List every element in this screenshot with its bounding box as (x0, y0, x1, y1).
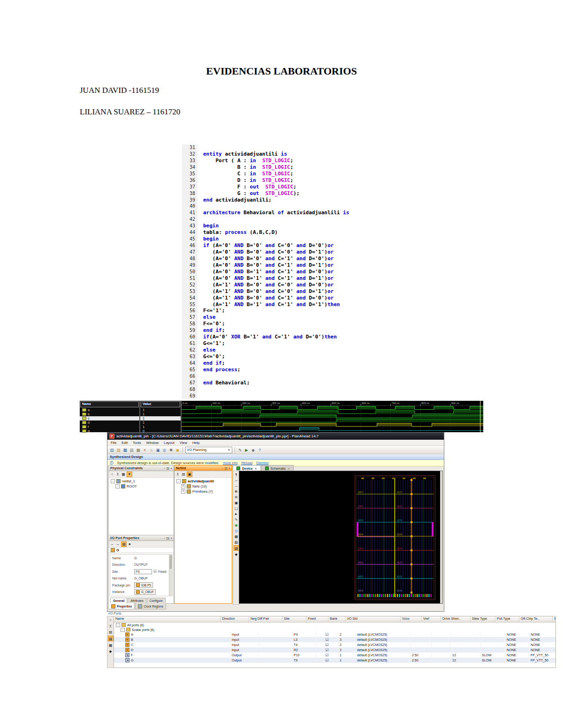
window-titlebar[interactable]: P actividadjuanlili_pin - [C:/Users/JUAN… (107, 433, 444, 440)
column-header[interactable]: Bank (328, 616, 346, 622)
sigma-icon[interactable]: Σ (115, 472, 120, 477)
physical-constraints-titlebar[interactable]: Physical Constraints ▫ ◳ × (109, 465, 174, 471)
float-icon[interactable]: ◳ (225, 466, 228, 470)
fixed-checkbox-cell[interactable]: ☑ (316, 658, 338, 663)
filter-icon[interactable]: ▤ (181, 472, 186, 477)
tree-item[interactable]: +Nets (10) (175, 484, 231, 489)
wave-signal-row[interactable]: f (80, 425, 139, 429)
expander-icon[interactable]: - (116, 623, 120, 627)
column-header[interactable]: Drive Stren.. (441, 616, 471, 622)
save-icon[interactable]: ▦ (122, 447, 128, 452)
menu-window[interactable]: Window (146, 441, 159, 445)
menu-layout[interactable]: Layout (164, 441, 175, 445)
menu-view[interactable]: View (180, 441, 187, 445)
table-group-row[interactable]: -All ports (6) (114, 623, 555, 627)
menu-edit[interactable]: Edit (122, 441, 128, 445)
select-area-icon[interactable]: ▢ (234, 506, 239, 510)
pencil-icon[interactable]: ✎ (237, 447, 243, 452)
property-chip[interactable]: IOB P5 (134, 582, 153, 588)
close-icon[interactable]: × (170, 467, 172, 470)
scrollbar[interactable] (440, 471, 442, 603)
highlight-icon[interactable]: ▨ (108, 636, 114, 641)
highlight-icon[interactable]: ▨ (234, 545, 239, 551)
layers-icon[interactable]: ▧ (234, 540, 239, 544)
column-header[interactable]: Fixed (306, 616, 328, 622)
checkbox-icon[interactable]: ☑ (325, 638, 328, 642)
world-icon[interactable]: ◎ (234, 528, 239, 533)
column-header[interactable]: Slew Type (471, 616, 495, 622)
back-icon[interactable]: ← (110, 542, 114, 547)
menu-help[interactable]: Help (192, 441, 199, 445)
expander-icon[interactable]: + (181, 489, 185, 494)
fixed-checkbox-cell[interactable]: ☑ (316, 647, 338, 653)
scrollbar[interactable] (169, 555, 172, 596)
tab-configure[interactable]: Configure (147, 598, 166, 603)
paste-icon[interactable]: ▩ (136, 447, 141, 452)
netlist-titlebar[interactable]: Netlist ▫ ◳ × (175, 465, 232, 471)
table-row[interactable]: ▸CInputT4☑2default (LVCMOS25)NONENONENON… (114, 642, 555, 647)
pin-icon[interactable]: ▨ (121, 541, 127, 547)
expander-icon[interactable]: + (181, 484, 185, 488)
properties-icon[interactable]: ¶ (234, 472, 239, 477)
clock-icon[interactable]: ◎ (162, 447, 167, 452)
column-header[interactable]: Neg Diff Pair (249, 616, 282, 622)
column-header[interactable]: Pull Type (495, 616, 519, 622)
column-header[interactable]: IN_TERM (553, 616, 556, 622)
checkbox-icon[interactable]: ☑ (325, 632, 328, 637)
close-icon[interactable]: × (228, 467, 230, 470)
wave-signal-row[interactable]: c (80, 416, 139, 420)
minimize-icon[interactable]: ▫ (164, 537, 165, 540)
table-row[interactable]: ◂FOutputP10☑1default (LVCMOS25)2.5012SLO… (114, 653, 555, 658)
grid-icon[interactable]: ▦ (121, 472, 126, 477)
expander-icon[interactable]: - (176, 479, 181, 483)
panel-tab-clock-regions[interactable]: Clock Regions (135, 603, 166, 609)
close-icon[interactable]: × (170, 537, 172, 540)
fixed-checkbox-cell[interactable]: ☑ (316, 653, 338, 658)
property-chip[interactable]: 2 (134, 596, 145, 596)
minimize-icon[interactable]: ▫ (222, 467, 223, 470)
site-input[interactable]: P5 (134, 569, 152, 574)
pin-icon[interactable]: ▼ (127, 472, 132, 477)
column-header[interactable]: I/O Std (346, 616, 401, 622)
help-icon[interactable]: ? (257, 447, 262, 452)
refresh-icon[interactable]: ◉ (234, 523, 239, 527)
panel-tab-properties[interactable]: Properties (108, 603, 135, 609)
table-row[interactable]: ▸DInputR2☑2default (LVCMOS25)NONENONENON… (114, 647, 555, 653)
property-chip[interactable]: G_OBUF (134, 589, 156, 595)
layout-select[interactable]: I/O Planning▼ (185, 447, 232, 453)
tab-general[interactable]: General (110, 598, 127, 603)
expander-icon[interactable]: - (121, 628, 125, 632)
close-icon[interactable]: ✕ (255, 467, 257, 470)
grid-icon[interactable]: ▦ (108, 643, 113, 647)
pointer-icon[interactable]: ► (234, 511, 239, 516)
copy-icon[interactable]: ▥ (129, 447, 134, 452)
table-row[interactable]: ▸AInputP4☑2default (LVCMOS25)NONENONENON… (114, 632, 555, 637)
open-icon[interactable]: ▨ (116, 447, 121, 452)
checkbox-icon[interactable]: ☑ (325, 658, 328, 662)
search-icon[interactable]: ○ (108, 617, 113, 622)
tree-item[interactable]: -netlist_1 (110, 479, 173, 484)
home-icon[interactable]: ⌂ (149, 447, 154, 452)
fixed-checkbox-cell[interactable]: ☑ (316, 642, 338, 647)
forward-icon[interactable]: → (115, 542, 120, 547)
sigma-icon[interactable]: Σ (175, 472, 180, 477)
back-icon[interactable]: ← (234, 478, 239, 482)
wave-signal-row[interactable]: d (80, 420, 139, 425)
diamond-icon[interactable]: ◆ (108, 649, 113, 653)
column-header[interactable]: Direction (221, 616, 249, 622)
menu-file[interactable]: File (111, 441, 116, 445)
fixed-checkbox-cell[interactable]: ☑ (316, 637, 338, 642)
pointer-icon[interactable]: ► (128, 542, 132, 547)
io-port-properties-titlebar[interactable]: I/O Port Properties ▫ ◳ × (109, 535, 174, 541)
delete-icon[interactable]: × (142, 447, 147, 452)
tree-item[interactable]: +Primitives (7) (175, 489, 231, 494)
table-row[interactable]: ▸BInputL3☑3default (LVCMOS25)NONENONENON… (114, 637, 555, 642)
zoom-fit-icon[interactable]: ▣ (234, 500, 239, 505)
column-header[interactable]: Vref (422, 616, 441, 622)
minimize-icon[interactable]: ▫ (164, 467, 165, 470)
pencil-icon[interactable]: ✎ (234, 517, 239, 522)
checkbox-icon[interactable]: ☑ (325, 648, 328, 652)
zoom-in-icon[interactable]: ⊕ (234, 489, 239, 494)
column-header[interactable]: Vcco (401, 616, 422, 622)
table-icon[interactable]: ▦ (234, 534, 239, 539)
